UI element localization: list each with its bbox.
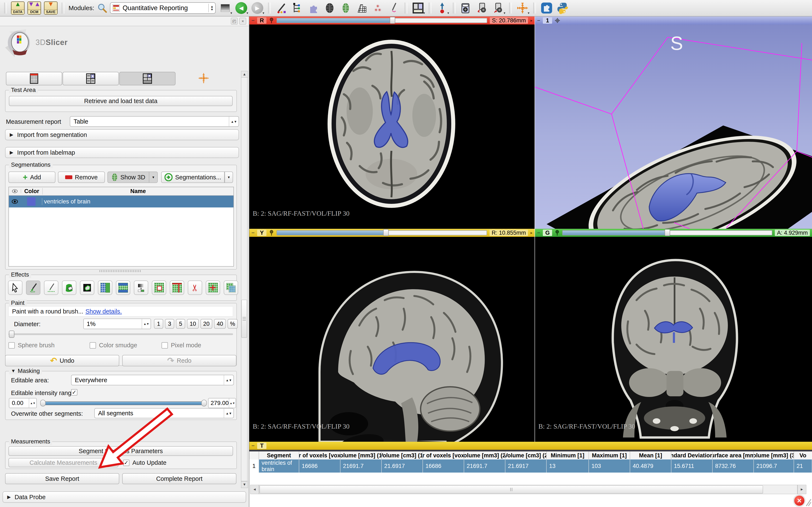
cell-volume-cm3-2[interactable]: 21.6917	[505, 459, 547, 472]
fiducials-button[interactable]: ✳✳✳	[371, 1, 385, 14]
effect-pointer-button[interactable]	[8, 281, 22, 295]
diameter-preset-1[interactable]: 1	[154, 319, 163, 329]
cell-volume-mm3-3[interactable]: 21096.7	[754, 459, 794, 472]
panel-scroll-up-icon[interactable]: ▲	[241, 71, 248, 78]
segment-visibility-eye-icon[interactable]	[9, 199, 21, 204]
column-header-volume-mm3-1[interactable]: olume [mm3] (1	[341, 451, 382, 459]
show-3d-dropdown-icon[interactable]: ▾	[149, 172, 158, 183]
effect-grow-from-seeds-button[interactable]	[98, 281, 112, 295]
resize-grip-icon[interactable]	[806, 497, 811, 506]
close-table-view-button[interactable]: ×	[794, 495, 805, 506]
range-max-spinbox[interactable]: 279.00 ▲▼	[208, 398, 236, 408]
module-back-button[interactable]: ◄ ▾	[235, 1, 248, 14]
diameter-unit-toggle[interactable]: %	[227, 319, 238, 329]
toolbar-grip[interactable]	[429, 3, 432, 13]
segmentations-menu-button[interactable]: Segmentations...	[161, 172, 224, 183]
sagittal-pin-icon[interactable]: −	[251, 231, 255, 235]
effect-islands-button[interactable]	[206, 281, 220, 295]
segmentation-module-button[interactable]	[339, 1, 352, 14]
effect-threshold-button[interactable]	[134, 281, 148, 295]
cell-maximum[interactable]: 103	[589, 459, 630, 472]
undo-button[interactable]: ↶ Undo	[5, 355, 119, 366]
crosshair-button[interactable]: ▾	[516, 1, 529, 14]
range-min-spinbox[interactable]: 0.00 ▲▼	[9, 398, 37, 408]
coronal-slider-handle[interactable]	[665, 229, 670, 236]
intensity-range-checkbox[interactable]: ✓	[71, 389, 78, 395]
pushpin-icon[interactable]	[555, 230, 560, 236]
cell-volume-mm3-1[interactable]: 21691.7	[341, 459, 382, 472]
threed-view[interactable]: S	[535, 24, 812, 229]
table-horizontal-scrollbar[interactable]: ◄ ►	[250, 485, 806, 494]
sagittal-slice-slider[interactable]	[276, 230, 487, 235]
cell-volume-mm3-2[interactable]: 21691.7	[464, 459, 505, 472]
cell-surface-area[interactable]: 8732.76	[713, 459, 754, 472]
column-header-volume-mm3-2[interactable]: olume [mm3] (2	[464, 451, 505, 459]
mouse-interaction-button[interactable]: ▾	[436, 1, 449, 14]
table-pin-icon[interactable]: −	[251, 444, 255, 448]
screenshot-button[interactable]	[460, 1, 473, 14]
editable-area-combobox[interactable]: Everywhere ▲▼	[71, 375, 234, 385]
panel-scroll-down-icon[interactable]: ▼	[241, 481, 248, 488]
effect-scissors-button[interactable]: ✂	[188, 281, 202, 295]
cell-stddev[interactable]: 15.6711	[671, 459, 713, 472]
pushpin-icon[interactable]	[269, 230, 274, 236]
volume-rendering-button[interactable]	[323, 1, 336, 14]
layout-selector-button[interactable]: ▾	[411, 1, 424, 14]
spin-arrows-icon[interactable]: ▲▼	[142, 319, 151, 329]
diameter-preset-3[interactable]: 3	[165, 319, 174, 329]
axial-slice-view[interactable]: B: 2: SAG/RF-FAST/VOL/FLIP 30	[249, 24, 535, 229]
segment-row[interactable]: ventricles of brain	[9, 195, 234, 208]
scene-view-capture-button[interactable]	[476, 1, 489, 14]
column-header-volume-4[interactable]: Vo	[794, 451, 812, 459]
sagittal-slider-handle[interactable]	[383, 229, 389, 236]
panel-splitter-handle[interactable]	[99, 270, 142, 272]
scene-view-restore-button[interactable]: ▾	[492, 1, 505, 14]
cell-volume-4[interactable]: 21	[794, 459, 812, 472]
sagittal-slice-view[interactable]: B: 2: SAG/RF-FAST/VOL/FLIP 30	[249, 237, 535, 442]
spin-arrows-icon[interactable]: ▲▼	[224, 375, 234, 385]
module-forward-button[interactable]: ► ▾	[251, 1, 264, 14]
diameter-spinbox[interactable]: 1% ▲▼	[83, 319, 151, 329]
redo-button[interactable]: ↷ Redo	[122, 355, 237, 366]
toolbar-grip[interactable]	[268, 3, 271, 13]
effect-level-tracing-button[interactable]	[80, 281, 94, 295]
overwrite-combobox[interactable]: All segments ▲▼	[94, 408, 234, 418]
scroll-left-icon[interactable]: ◄	[250, 485, 259, 494]
show-details-link[interactable]: Show details.	[86, 308, 122, 315]
diameter-slider-handle[interactable]	[9, 331, 14, 338]
column-header-volume-mm3-3[interactable]: olume [mm3] (3	[754, 451, 794, 459]
effect-draw-button[interactable]	[44, 281, 58, 295]
masking-header[interactable]: ▼Masking	[9, 368, 42, 374]
effect-paint-button[interactable]	[26, 281, 40, 295]
axial-pin-icon[interactable]: −	[251, 18, 255, 22]
range-slider-max-handle[interactable]	[201, 400, 207, 406]
cell-voxels-1[interactable]: 16686	[299, 459, 341, 472]
cell-segment-name[interactable]: ventricles of brain	[259, 459, 299, 472]
effect-logical-operators-button[interactable]	[224, 281, 238, 295]
coronal-slice-slider[interactable]	[562, 230, 772, 235]
sagittal-menu-arrow-icon[interactable]: ▸	[530, 230, 532, 235]
range-slider-min-handle[interactable]	[40, 400, 46, 406]
diameter-preset-10[interactable]: 10	[187, 319, 199, 329]
volumes-button[interactable]	[355, 1, 368, 14]
tab-conventional-view[interactable]	[6, 72, 62, 86]
save-data-button[interactable]: ▼ SAVE	[44, 1, 57, 14]
axial-menu-arrow-icon[interactable]: ▸	[530, 18, 532, 23]
pixel-mode-checkbox[interactable]: Pixel mode	[161, 342, 201, 349]
table-scrollbar-thumb[interactable]	[260, 486, 763, 494]
results-table-row[interactable]: 1 ventricles of brain 16686 21691.7 21.6…	[249, 459, 812, 472]
calculate-measurements-button[interactable]: Calculate Measurements	[8, 458, 118, 467]
column-header-mean[interactable]: Mean [1]	[630, 451, 671, 459]
threed-crosshair-icon[interactable]	[555, 18, 560, 23]
tab-fourup-view[interactable]	[63, 72, 119, 86]
column-header-minimum[interactable]: Minimum [1]	[547, 451, 589, 459]
column-header-maximum[interactable]: Maximum [1]	[589, 451, 630, 459]
panel-close-icon[interactable]: ×	[239, 18, 246, 24]
spin-arrows-icon[interactable]: ▲▼	[229, 117, 239, 126]
column-header-segment[interactable]: Segment	[259, 451, 299, 459]
tab-crosshair-view[interactable]	[176, 72, 231, 84]
axial-slice-slider[interactable]	[276, 18, 487, 23]
markups-button[interactable]	[275, 1, 288, 14]
import-from-segmentation-collapsible[interactable]: ▶ Import from segmentation	[5, 129, 239, 140]
cell-mean[interactable]: 40.4879	[630, 459, 671, 472]
